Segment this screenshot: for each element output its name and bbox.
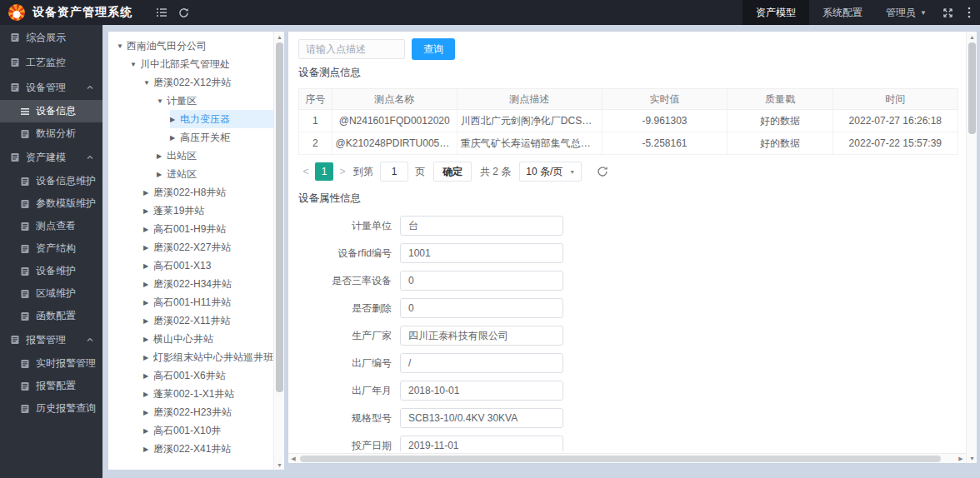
caret-right-icon[interactable]: ▶	[143, 244, 153, 251]
caret-right-icon[interactable]: ▶	[143, 427, 153, 435]
sidebar-item-leaf[interactable]: 实时报警管理	[0, 352, 102, 375]
caret-down-icon[interactable]: ▼	[157, 97, 167, 105]
sidebar-item-leaf[interactable]: 参数模版维护	[0, 192, 102, 215]
tree-vertical-scrollbar[interactable]: ▲ ▼	[273, 32, 284, 470]
caret-right-icon[interactable]: ▶	[157, 152, 167, 160]
tree-node[interactable]: ▼川中北部采气管理处	[130, 55, 273, 73]
caret-down-icon[interactable]: ▼	[117, 42, 127, 50]
tree-node[interactable]: ▶进站区	[157, 165, 273, 183]
tree-node[interactable]: ▼计量区	[157, 92, 273, 110]
scrollbar-thumb[interactable]	[968, 42, 976, 134]
page-size-select[interactable]: 10 条/页 ▼	[519, 162, 582, 182]
goto-confirm-button[interactable]: 确定	[433, 162, 472, 182]
refresh-icon[interactable]	[172, 0, 194, 25]
nav-system-config[interactable]: 系统配置	[809, 0, 876, 25]
caret-right-icon[interactable]: ▶	[157, 171, 167, 178]
tree-node[interactable]: ▶高石001-X6井站	[143, 366, 273, 385]
tree-node[interactable]: ▶高石001-H9井站	[143, 220, 273, 238]
caret-right-icon[interactable]: ▶	[143, 189, 153, 197]
caret-right-icon[interactable]: ▶	[143, 281, 153, 288]
caret-right-icon[interactable]: ▶	[143, 336, 153, 343]
sidebar-item-leaf[interactable]: 历史报警查询	[0, 397, 102, 420]
tree-node[interactable]: ▶蓬莱002-1-X1井站	[143, 385, 273, 403]
scroll-up-arrow-icon[interactable]: ▲	[274, 32, 284, 42]
scrollbar-thumb[interactable]	[300, 456, 941, 462]
tree-node[interactable]: ▶高压开关柜	[170, 128, 273, 147]
tree-node[interactable]: ▶磨溪022-X41井站	[143, 440, 273, 458]
main-vertical-scrollbar[interactable]: ▲ ▼	[966, 32, 977, 463]
next-page-button[interactable]: >	[335, 166, 350, 177]
caret-right-icon[interactable]: ▶	[143, 262, 153, 270]
caret-right-icon[interactable]: ▶	[143, 207, 153, 215]
form-field-input[interactable]	[400, 216, 563, 236]
sidebar-item-leaf[interactable]: 数据分析	[0, 122, 102, 145]
caret-down-icon[interactable]: ▼	[143, 79, 153, 87]
caret-right-icon[interactable]: ▶	[170, 134, 180, 142]
sidebar-item-leaf[interactable]: 设备信息维护	[0, 170, 102, 192]
caret-right-icon[interactable]: ▶	[143, 391, 153, 398]
tree-node[interactable]: ▶磨溪022-H34井站	[143, 275, 273, 293]
form-field-input[interactable]	[400, 436, 563, 451]
scroll-down-arrow-icon[interactable]: ▼	[967, 453, 977, 463]
caret-right-icon[interactable]: ▶	[143, 354, 153, 361]
sidebar-item-leaf[interactable]: 设备信息	[0, 100, 102, 122]
caret-right-icon[interactable]: ▶	[143, 226, 153, 233]
tree-node[interactable]: ▶灯影组末站中心井站巡井班	[143, 348, 273, 366]
sidebar-item-leaf[interactable]: 测点查看	[0, 215, 102, 237]
scroll-down-arrow-icon[interactable]: ▼	[274, 460, 284, 470]
point-search-input[interactable]	[298, 39, 405, 59]
scroll-left-arrow-icon[interactable]: ◀	[288, 454, 298, 463]
nav-asset-model[interactable]: 资产模型	[742, 0, 809, 25]
table-row[interactable]: 2@K210248PDIRTU00512_重庆气矿长寿运销部集气总站80...-…	[299, 132, 958, 155]
tree-node[interactable]: ▶蓬莱19井站	[143, 202, 273, 220]
more-options-icon[interactable]	[958, 0, 980, 25]
sidebar-item-leaf[interactable]: 综合展示	[0, 25, 102, 50]
tree-node[interactable]: ▼磨溪022-X12井站	[143, 73, 273, 92]
table-row[interactable]: 1@N241601FQD0012020川西北广元剑阁净化厂DCS蒸汽...-9.…	[299, 110, 958, 132]
goto-page-input[interactable]	[380, 162, 408, 182]
form-field-input[interactable]	[400, 243, 563, 263]
tree-node[interactable]: ▶磨溪022-H8井站	[143, 183, 273, 202]
tree-node[interactable]: ▶高石001-H11井站	[143, 293, 273, 311]
form-field-input[interactable]	[400, 326, 563, 346]
sidebar-item-group[interactable]: 设备管理	[0, 75, 102, 100]
tree-node[interactable]: ▼西南油气田分公司	[117, 37, 273, 55]
sidebar-item-leaf[interactable]: 函数配置	[0, 305, 102, 327]
caret-right-icon[interactable]: ▶	[143, 446, 153, 453]
tree-node[interactable]: ▶磨溪022-H23井站	[143, 403, 273, 421]
caret-right-icon[interactable]: ▶	[143, 317, 153, 325]
menu-toggle-icon[interactable]	[151, 0, 172, 25]
tree-node[interactable]: ▶横山中心井站	[143, 330, 273, 348]
current-page-button[interactable]: 1	[315, 162, 333, 181]
caret-down-icon[interactable]: ▼	[130, 61, 140, 68]
tree-node[interactable]: ▶出站区	[157, 147, 273, 165]
sidebar-item-leaf[interactable]: 报警配置	[0, 375, 102, 397]
sidebar-item-group[interactable]: 资产建模	[0, 145, 102, 170]
scroll-right-arrow-icon[interactable]: ▶	[956, 454, 966, 463]
tree-node[interactable]: ▶电力变压器	[170, 110, 273, 128]
main-horizontal-scrollbar[interactable]: ◀ ▶	[288, 453, 966, 463]
form-field-input[interactable]	[400, 271, 563, 291]
sidebar-item-leaf[interactable]: 工艺监控	[0, 50, 102, 75]
tree-node[interactable]: ▶磨溪022-X11井站	[143, 311, 273, 330]
scrollbar-thumb[interactable]	[276, 42, 283, 392]
caret-right-icon[interactable]: ▶	[143, 409, 153, 416]
prev-page-button[interactable]: <	[298, 166, 313, 177]
form-field-input[interactable]	[400, 381, 563, 401]
query-button[interactable]: 查询	[412, 38, 455, 60]
tree-node[interactable]: ▶高石001-X10井	[143, 421, 273, 440]
tree-node[interactable]: ▶高石001-X13	[143, 256, 273, 275]
form-field-input[interactable]	[400, 408, 563, 428]
caret-right-icon[interactable]: ▶	[170, 116, 180, 123]
fullscreen-icon[interactable]	[937, 0, 958, 25]
sidebar-item-group[interactable]: 报警管理	[0, 327, 102, 352]
user-menu[interactable]: 管理员 ▼	[876, 6, 937, 20]
sidebar-item-leaf[interactable]: 区域维护	[0, 282, 102, 305]
tree-node[interactable]: ▶磨溪022-X27井站	[143, 238, 273, 256]
form-field-input[interactable]	[400, 353, 563, 373]
table-refresh-icon[interactable]	[597, 166, 608, 177]
scroll-up-arrow-icon[interactable]: ▲	[967, 32, 977, 42]
caret-right-icon[interactable]: ▶	[143, 372, 153, 380]
caret-right-icon[interactable]: ▶	[143, 299, 153, 306]
sidebar-item-leaf[interactable]: 资产结构	[0, 237, 102, 260]
